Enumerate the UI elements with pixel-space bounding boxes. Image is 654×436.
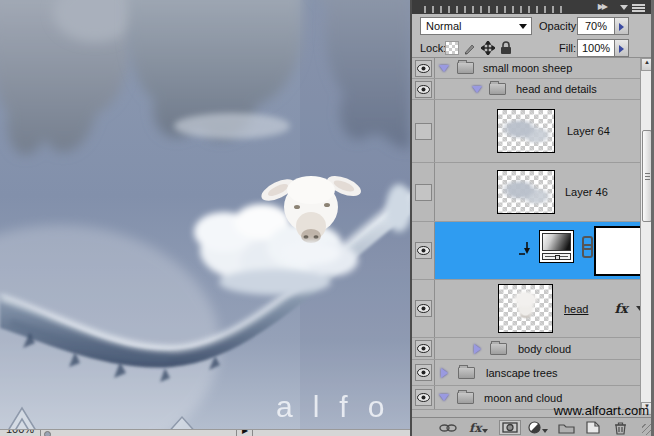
canvas-watermark-text: alfo (276, 390, 404, 423)
layers-list: small moon sheep head and details Layer … (412, 58, 640, 417)
visibility-toggle[interactable] (412, 222, 435, 279)
lock-transparency-icon[interactable] (445, 41, 459, 55)
status-divider (40, 430, 41, 436)
lock-label: Lock: (420, 42, 446, 54)
eye-icon (417, 344, 430, 353)
new-group-button[interactable] (558, 420, 575, 435)
layer-name[interactable]: head and details (516, 83, 597, 95)
visibility-toggle-empty[interactable] (412, 100, 435, 162)
delete-layer-button[interactable] (614, 420, 627, 435)
layer-thumbnail[interactable] (497, 170, 555, 214)
opacity-label: Opacity: (539, 20, 579, 32)
adjustment-layer-thumbnail[interactable] (539, 230, 574, 263)
layer-row-body-cloud[interactable]: body cloud (412, 338, 640, 360)
folder-icon (457, 392, 474, 404)
adjustment-slider (542, 253, 571, 260)
layer-row-adjustment-selected[interactable] (412, 222, 640, 280)
adjustment-dropdown-arrow-icon (542, 429, 548, 433)
adjustment-layer-icon (528, 421, 541, 434)
up-arrow-icon: ▲ (644, 59, 650, 65)
eye-icon (417, 368, 430, 377)
opacity-spinner-button[interactable] (615, 17, 629, 35)
fill-field[interactable]: 100% (577, 39, 615, 57)
visibility-toggle[interactable] (412, 79, 435, 99)
new-adjustment-layer-button[interactable] (528, 420, 548, 435)
expand-triangle-icon[interactable] (439, 65, 449, 72)
expand-triangle-icon[interactable] (474, 344, 481, 354)
clipped-tab-labels (424, 6, 564, 13)
eye-icon (417, 64, 430, 73)
visibility-toggle[interactable] (412, 360, 435, 385)
eye-icon (417, 85, 430, 94)
layer-row-lanscape-trees[interactable]: lanscape trees (412, 360, 640, 386)
lock-position-icon[interactable] (481, 41, 495, 55)
layer-name[interactable]: small moon sheep (483, 62, 572, 74)
eye-icon (417, 393, 430, 402)
layer-mask-thumbnail[interactable] (594, 226, 643, 276)
fill-spinner-button[interactable] (615, 39, 629, 57)
thumbnail-sheep-preview (499, 285, 552, 332)
folder-icon (489, 83, 506, 95)
lock-brush-icon[interactable] (463, 41, 477, 55)
visibility-toggle[interactable] (412, 280, 435, 337)
layer-thumbnail[interactable] (497, 109, 555, 153)
fx-dropdown-arrow-icon (482, 429, 488, 433)
gray-clouds (0, 0, 410, 155)
layer-row-head[interactable]: head fx (412, 280, 640, 338)
collapse-panel-icon[interactable]: ▶▶ (598, 2, 606, 11)
menu-triangle-icon (620, 5, 628, 10)
fx-icon: fx (469, 421, 481, 435)
folder-icon (458, 367, 475, 379)
lock-all-icon[interactable] (499, 41, 513, 55)
link-layers-button[interactable] (439, 420, 457, 435)
document-canvas[interactable]: alfo 100% ▶ (0, 0, 410, 436)
opacity-field[interactable]: 70% (577, 17, 615, 35)
photoshop-window: { "canvas": { "watermark": "alfo", "stat… (0, 0, 654, 436)
visibility-toggle[interactable] (412, 58, 435, 78)
panel-menu-icon[interactable] (620, 3, 646, 12)
chain-link-icon (439, 423, 457, 433)
expand-triangle-icon[interactable] (472, 86, 482, 93)
new-layer-button[interactable] (586, 420, 600, 435)
new-layer-icon (586, 421, 600, 434)
status-divider (252, 430, 253, 436)
layers-panel: ▶▶ Normal Opacity: 70% Lock: (410, 0, 654, 436)
expand-triangle-icon[interactable] (439, 394, 449, 401)
visibility-toggle[interactable] (412, 338, 435, 359)
thumbnail-cloud-preview (498, 171, 554, 213)
blend-mode-select[interactable]: Normal (420, 17, 532, 35)
menu-bars-icon (632, 4, 645, 6)
visibility-toggle[interactable] (412, 386, 435, 409)
visibility-toggle-empty[interactable] (412, 163, 435, 221)
status-zoom-level[interactable]: 100% (0, 429, 410, 435)
dropdown-arrow-icon (519, 24, 527, 29)
layer-name[interactable]: Layer 46 (565, 186, 608, 198)
layer-row-head-and-details[interactable]: head and details (412, 79, 640, 100)
mask-link-icon[interactable] (581, 236, 590, 256)
layers-panel-footer: fx (412, 417, 654, 436)
layer-name[interactable]: head (564, 303, 588, 315)
layer-row-small-moon-sheep[interactable]: small moon sheep (412, 58, 640, 79)
eye-icon (417, 304, 430, 313)
expand-triangle-icon[interactable] (441, 368, 448, 378)
layer-row-layer-64[interactable]: Layer 64 (412, 100, 640, 163)
artwork-image: alfo (0, 0, 410, 436)
layer-thumbnail[interactable] (498, 284, 553, 333)
layer-row-layer-46[interactable]: Layer 46 (412, 163, 640, 222)
layer-effects-badge[interactable]: fx (614, 301, 627, 316)
fill-label: Fill: (559, 42, 576, 54)
eye-icon (417, 246, 430, 255)
trash-icon (614, 421, 627, 435)
layer-name[interactable]: body cloud (518, 343, 571, 355)
status-icon (44, 431, 51, 436)
layer-name[interactable]: Layer 64 (567, 125, 610, 137)
lock-row: Lock: Fill: 100% (412, 38, 654, 58)
layer-name[interactable]: moon and cloud (484, 392, 562, 404)
status-menu-arrow-icon[interactable]: ▶ (242, 429, 248, 435)
add-layer-mask-button[interactable] (499, 420, 521, 435)
status-bar[interactable]: 100% ▶ (0, 429, 410, 436)
blend-mode-row: Normal Opacity: 70% (412, 14, 654, 38)
layer-name[interactable]: lanscape trees (486, 367, 558, 379)
layer-style-button[interactable]: fx (469, 420, 488, 435)
panel-tab-strip[interactable]: ▶▶ (412, 0, 654, 14)
